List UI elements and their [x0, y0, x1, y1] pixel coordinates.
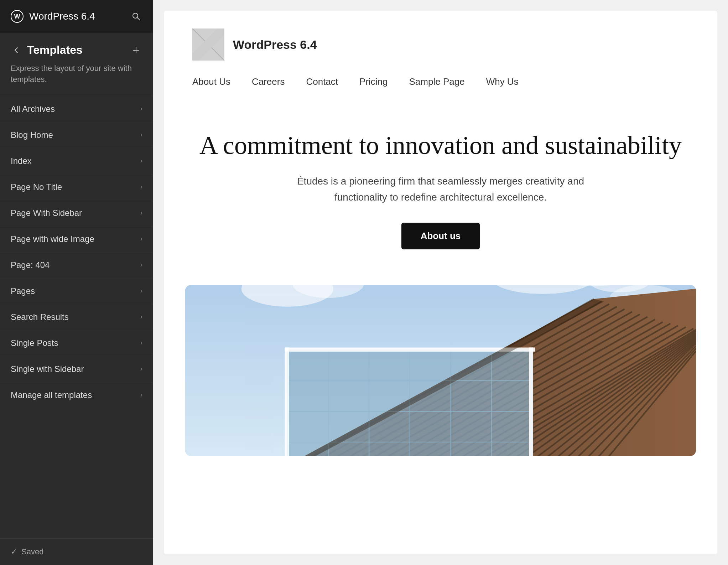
add-template-button[interactable]: [130, 44, 142, 57]
wordpress-logo-icon: W: [11, 10, 24, 23]
site-header: WordPress 6.4 About Us Careers Contact P…: [164, 11, 717, 102]
templates-header: Templates: [0, 33, 153, 63]
sidebar-item-label: Blog Home: [11, 130, 53, 140]
saved-label: Saved: [21, 547, 43, 556]
sidebar-item-label: Single with Sidebar: [11, 364, 84, 374]
preview-inner: WordPress 6.4 About Us Careers Contact P…: [164, 11, 717, 554]
preview-panel: WordPress 6.4 About Us Careers Contact P…: [153, 0, 728, 565]
sidebar-item-single-posts[interactable]: Single Posts ›: [0, 330, 153, 356]
chevron-icon: ›: [140, 183, 142, 191]
nav-link-about-us[interactable]: About Us: [192, 76, 230, 87]
svg-line-7: [192, 28, 224, 61]
hero-title: A commitment to innovation and sustainab…: [192, 130, 689, 161]
building-image: [185, 285, 696, 456]
sidebar-item-label: Page with wide Image: [11, 234, 94, 244]
sidebar-item-label: All Archives: [11, 104, 55, 114]
sidebar-item-label: Search Results: [11, 312, 69, 322]
chevron-icon: ›: [140, 105, 142, 113]
site-name: WordPress 6.4: [233, 38, 317, 52]
nav-link-pricing[interactable]: Pricing: [359, 76, 388, 87]
sidebar-item-search-results[interactable]: Search Results ›: [0, 304, 153, 330]
chevron-icon: ›: [140, 339, 142, 347]
search-button[interactable]: [130, 10, 142, 23]
saved-status-bar: ✓ Saved: [0, 538, 153, 565]
sidebar-item-manage-templates[interactable]: Manage all templates ›: [0, 382, 153, 408]
sidebar-item-index[interactable]: Index ›: [0, 148, 153, 174]
saved-check-icon: ✓: [11, 547, 17, 556]
svg-rect-57: [285, 347, 535, 351]
nav-link-contact[interactable]: Contact: [306, 76, 338, 87]
sidebar: W WordPress 6.4 Templates Express the la…: [0, 0, 153, 565]
hero-subtitle: Études is a pioneering firm that seamles…: [295, 173, 587, 206]
nav-link-careers[interactable]: Careers: [252, 76, 285, 87]
sidebar-item-label: Single Posts: [11, 338, 58, 348]
hero-section: A commitment to innovation and sustainab…: [164, 102, 717, 271]
sidebar-item-label: Page: 404: [11, 260, 50, 270]
sidebar-item-label: Manage all templates: [11, 390, 92, 400]
sidebar-item-single-sidebar[interactable]: Single with Sidebar ›: [0, 356, 153, 382]
sidebar-section-title: Templates: [27, 43, 125, 57]
svg-rect-6: [192, 28, 224, 61]
svg-line-3: [137, 18, 140, 20]
sidebar-item-blog-home[interactable]: Blog Home ›: [0, 122, 153, 148]
chevron-icon: ›: [140, 391, 142, 399]
templates-nav-list: All Archives › Blog Home › Index › Page …: [0, 96, 153, 538]
chevron-icon: ›: [140, 261, 142, 269]
chevron-icon: ›: [140, 131, 142, 139]
sidebar-item-page-with-sidebar[interactable]: Page With Sidebar ›: [0, 200, 153, 226]
svg-text:W: W: [14, 13, 20, 20]
chevron-icon: ›: [140, 209, 142, 217]
sidebar-item-page-no-title[interactable]: Page No Title ›: [0, 174, 153, 200]
site-logo-row: WordPress 6.4: [192, 28, 689, 61]
sidebar-item-label: Page No Title: [11, 182, 62, 192]
svg-line-8: [192, 28, 224, 61]
chevron-icon: ›: [140, 313, 142, 321]
about-us-button[interactable]: About us: [401, 223, 480, 249]
svg-rect-55: [285, 347, 289, 456]
chevron-icon: ›: [140, 365, 142, 373]
nav-link-sample-page[interactable]: Sample Page: [409, 76, 465, 87]
templates-description: Express the layout of your site with tem…: [0, 63, 153, 96]
sidebar-item-page-404[interactable]: Page: 404 ›: [0, 252, 153, 278]
sidebar-item-pages[interactable]: Pages ›: [0, 278, 153, 304]
chevron-icon: ›: [140, 235, 142, 243]
sidebar-item-label: Index: [11, 156, 32, 166]
sidebar-item-label: Page With Sidebar: [11, 208, 82, 218]
back-button[interactable]: [11, 45, 22, 56]
site-logo: [192, 28, 224, 61]
top-bar: W WordPress 6.4: [0, 0, 153, 33]
chevron-icon: ›: [140, 157, 142, 165]
chevron-icon: ›: [140, 287, 142, 295]
sidebar-item-label: Pages: [11, 286, 35, 296]
svg-rect-56: [529, 347, 533, 456]
site-navigation: About Us Careers Contact Pricing Sample …: [192, 76, 689, 87]
sidebar-item-page-wide-image[interactable]: Page with wide Image ›: [0, 226, 153, 252]
nav-link-why-us[interactable]: Why Us: [486, 76, 519, 87]
app-title: WordPress 6.4: [29, 11, 124, 22]
sidebar-item-all-archives[interactable]: All Archives ›: [0, 96, 153, 122]
